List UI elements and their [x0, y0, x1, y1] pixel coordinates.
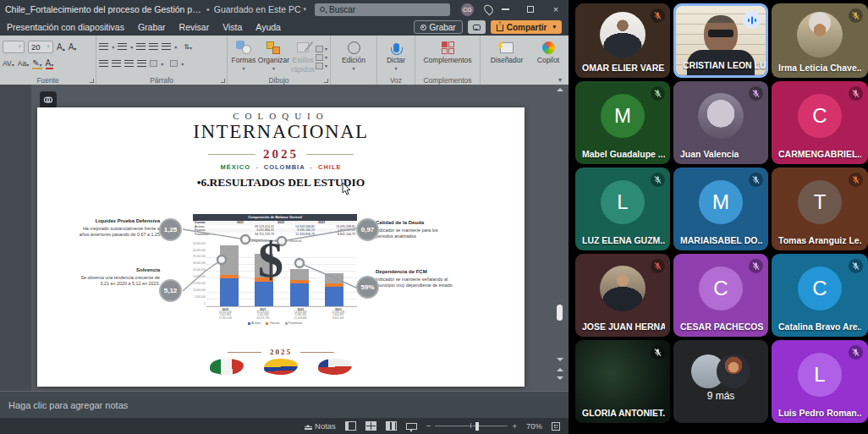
record-button[interactable]: Grabar [414, 20, 463, 34]
scroll-down-button[interactable] [555, 357, 564, 362]
slide-canvas[interactable]: COLOQUIO INTERNACIONAL 2025 MÉXICO - COL… [0, 85, 569, 391]
columns-icon[interactable] [150, 60, 157, 67]
participant-tile[interactable]: Irma Leticia Chave... [772, 3, 868, 78]
canvas-floating-badge[interactable] [40, 91, 57, 108]
participant-tile[interactable]: TTomas Aranguiz Le... [772, 168, 868, 250]
zoom-level[interactable]: 70% [526, 421, 542, 431]
maximize-button[interactable] [518, 0, 543, 19]
character-spacing-icon[interactable]: AV▾ [3, 59, 14, 68]
scrollbar-thumb[interactable] [557, 305, 563, 321]
participant-name: Luis Pedro Roman... [778, 408, 861, 418]
comment-button[interactable] [468, 20, 486, 34]
scroll-up-icon[interactable] [557, 88, 563, 91]
fit-to-window-icon[interactable] [552, 422, 560, 431]
participant-tile[interactable]: LLUZ ELENA GUZM... [575, 168, 670, 250]
bullets-icon[interactable] [99, 43, 108, 51]
slide-sorter-view-button[interactable] [365, 421, 376, 431]
user-avatar[interactable]: CG [461, 3, 474, 16]
search-box[interactable]: Buscar [315, 3, 450, 16]
zoom-in-icon[interactable]: + [512, 421, 517, 431]
font-name-combo[interactable]: ▾ [3, 41, 25, 53]
menu-tab[interactable]: Revisar [179, 22, 210, 32]
share-icon [497, 25, 503, 31]
participant-tile[interactable]: 9 más [673, 340, 768, 423]
zoom-slider[interactable] [435, 426, 508, 427]
addins-button[interactable]: Complementos [418, 38, 477, 64]
share-button[interactable]: Compartir ▾ [491, 20, 562, 34]
shrink-font-icon[interactable]: A▾ [69, 42, 77, 52]
thumbnail-strip[interactable] [0, 85, 31, 391]
change-case-icon[interactable]: Aa▾ [18, 59, 29, 68]
quick-styles-icon [297, 42, 309, 52]
arrange-button[interactable]: Organizar▾ [257, 38, 290, 74]
divider-line [306, 154, 354, 155]
participant-tile[interactable]: CCatalina Bravo Are... [772, 254, 868, 337]
dialog-launcher-icon[interactable] [90, 79, 94, 83]
zoom-slider-thumb[interactable] [475, 422, 479, 431]
participant-tile[interactable]: MMabel Guadalupe ... [575, 81, 670, 164]
quick-styles-button[interactable]: Estilos rápidos [290, 38, 316, 74]
shape-effects-icon[interactable] [316, 63, 323, 69]
participant-tile[interactable]: MMARIAISABEL DO... [673, 168, 768, 250]
minimize-button[interactable] [492, 0, 518, 19]
dialog-launcher-icon[interactable] [221, 79, 225, 83]
shape-fill-icon[interactable] [316, 46, 323, 52]
designer-button[interactable]: Diseñador [483, 38, 530, 74]
line-spacing-icon[interactable] [162, 43, 171, 51]
justify-icon[interactable] [137, 60, 146, 68]
slideshow-button[interactable] [406, 423, 417, 430]
previous-slide-button[interactable] [555, 367, 564, 372]
participant-name: Catalina Bravo Are... [778, 321, 861, 332]
participant-tile[interactable]: GLORIA ANTONIET... [575, 340, 670, 423]
chevron-down-icon[interactable]: ▾ [303, 6, 306, 13]
mic-off-icon [651, 173, 665, 187]
dictate-button[interactable]: Dictar▾ [380, 38, 412, 71]
dialog-launcher-icon[interactable] [324, 79, 328, 83]
shapes-button[interactable]: Formas▾ [230, 38, 257, 74]
menu-tab[interactable]: Grabar [138, 22, 166, 32]
font-size-combo[interactable]: 20▾ [28, 41, 53, 53]
mic-off-icon [849, 345, 863, 360]
text-direction-icon[interactable]: ⇅▾ [184, 43, 192, 51]
increase-indent-icon[interactable] [149, 43, 158, 51]
reading-view-button[interactable] [386, 421, 397, 431]
window-controls: × [492, 0, 569, 19]
menu-tab[interactable]: Ayuda [255, 22, 281, 32]
normal-view-button[interactable] [345, 421, 356, 431]
align-right-icon[interactable] [124, 60, 134, 68]
participant-name: JOSE JUAN HERNA... [582, 321, 665, 332]
participant-tile[interactable]: Juan Valencia [673, 81, 768, 164]
participant-tile[interactable]: JOSE JUAN HERNA... [575, 254, 670, 337]
decrease-indent-icon[interactable] [136, 43, 146, 51]
notes-label: Notas [315, 421, 336, 431]
smartart-icon[interactable] [170, 60, 178, 67]
participant-tile[interactable]: CCESAR PACHECOS... [673, 254, 768, 337]
participant-tile[interactable]: OMAR ELIER VARE... [575, 3, 670, 78]
notes-pane[interactable]: Haga clic para agregar notas [0, 391, 569, 418]
participant-tile[interactable]: CRISTIAN LEON LU... [673, 3, 768, 78]
align-left-icon[interactable] [99, 60, 108, 68]
divider-line [300, 352, 334, 353]
font-color-icon[interactable]: A▾ [46, 58, 54, 69]
menu-tab[interactable]: Vista [222, 22, 242, 32]
grow-font-icon[interactable]: A▴ [57, 42, 65, 52]
notes-toggle-button[interactable]: Notas [305, 421, 336, 431]
shape-outline-icon[interactable] [316, 54, 323, 61]
zoom-out-icon[interactable]: − [426, 421, 431, 431]
participant-tile[interactable]: CCARMENGABRIEL... [772, 81, 868, 164]
slide[interactable]: COLOQUIO INTERNACIONAL 2025 MÉXICO - COL… [37, 107, 525, 387]
editing-button[interactable]: Edición▾ [333, 38, 374, 71]
collapse-ribbon-icon[interactable]: ▾ [558, 76, 562, 84]
save-status[interactable]: Guardado en Este PC [214, 4, 301, 14]
next-slide-button[interactable] [555, 376, 564, 381]
participant-tile[interactable]: LLuis Pedro Roman... [772, 340, 868, 423]
designer-icon [500, 42, 514, 53]
close-button[interactable]: × [543, 0, 569, 19]
copilot-button[interactable]: Copilot [530, 38, 566, 74]
numbering-icon[interactable] [118, 43, 127, 51]
align-center-icon[interactable] [112, 60, 121, 68]
participant-grid: OMAR ELIER VARE...CRISTIAN LEON LU...Irm… [575, 3, 868, 423]
menu-tab[interactable]: Presentación con diapositivas [7, 22, 124, 32]
highlight-icon[interactable]: ✎▾ [32, 58, 41, 69]
vertical-scrollbar[interactable] [555, 86, 564, 384]
